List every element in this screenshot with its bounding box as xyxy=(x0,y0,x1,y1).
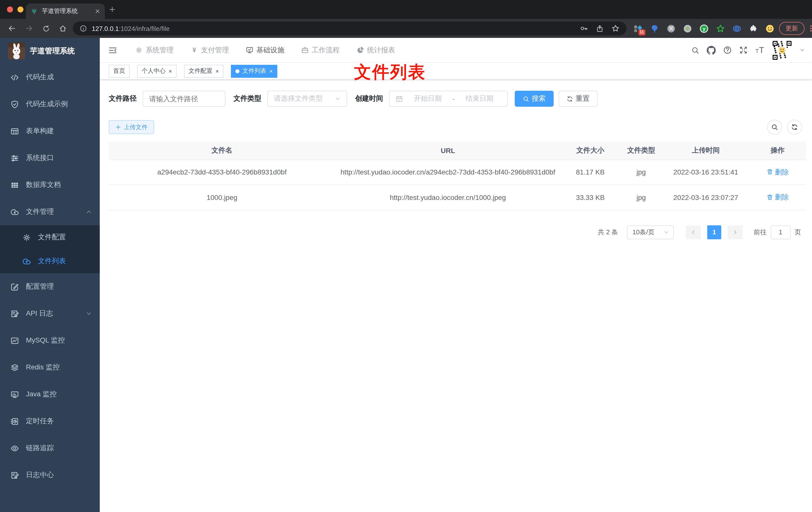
trash-icon xyxy=(766,194,773,200)
file-path-input[interactable] xyxy=(143,91,225,106)
sidebar-item-label: Java 监控 xyxy=(26,390,57,399)
back-button[interactable] xyxy=(5,22,19,35)
tag-文件列表[interactable]: 文件列表× xyxy=(231,65,277,78)
refresh-icon xyxy=(791,124,798,131)
delete-button[interactable]: 删除 xyxy=(766,166,789,177)
shield-check-icon xyxy=(10,100,19,109)
tag-label: 个人中心 xyxy=(142,67,166,75)
sidebar-logo[interactable]: 芋道管理系统 xyxy=(0,38,100,64)
reload-button[interactable] xyxy=(39,22,53,35)
green-star-extension-icon[interactable] xyxy=(716,24,725,33)
window-close-button[interactable] xyxy=(7,6,13,12)
upload-file-button[interactable]: 上传文件 xyxy=(109,120,154,134)
start-date-placeholder[interactable]: 开始日期 xyxy=(406,94,450,103)
document-edit-icon xyxy=(10,309,19,318)
page-number-1[interactable]: 1 xyxy=(707,225,721,239)
dot-circle-extension-icon[interactable] xyxy=(683,24,692,33)
page-size-select[interactable]: 10条/页 xyxy=(627,225,674,239)
browser-update-button[interactable]: 更新 xyxy=(779,22,805,35)
y-badge-extension-icon[interactable]: y xyxy=(699,24,708,33)
tag-个人中心[interactable]: 个人中心× xyxy=(137,65,177,78)
refresh-table-button[interactable] xyxy=(787,120,802,134)
balloon-extension-icon[interactable] xyxy=(650,24,659,33)
tab-close-icon[interactable] xyxy=(95,8,100,14)
show-search-button[interactable] xyxy=(767,120,782,134)
end-date-placeholder[interactable]: 结束日期 xyxy=(458,94,501,103)
total-count: 共 2 条 xyxy=(598,228,618,237)
sidebar-item-文件列表[interactable]: 文件列表 xyxy=(0,249,100,273)
browser-menu-icon[interactable] xyxy=(807,24,812,32)
favicon-plant-icon xyxy=(30,7,38,15)
prev-page-button[interactable] xyxy=(686,225,701,239)
next-page-button[interactable] xyxy=(728,225,743,239)
share-icon[interactable] xyxy=(596,25,604,32)
delete-button[interactable]: 删除 xyxy=(766,191,789,203)
sidebar-item-表单构建[interactable]: 表单构建 xyxy=(0,118,100,145)
bookmark-star-icon[interactable] xyxy=(611,24,619,32)
calendar-icon xyxy=(396,95,403,102)
url-path: :1024/infra/file/file xyxy=(119,25,170,32)
file-type-select[interactable]: 请选择文件类型 xyxy=(267,91,347,107)
address-bar[interactable]: 127.0.0.1:1024/infra/file/file xyxy=(73,22,627,35)
sidebar-item-链路追踪[interactable]: 链路追踪 xyxy=(0,435,100,462)
date-range-picker[interactable]: 开始日期 - 结束日期 xyxy=(389,91,508,107)
table-header-row: 文件名URL文件大小文件类型上传时间操作 xyxy=(109,142,806,159)
site-info-icon[interactable] xyxy=(80,25,87,32)
emoji-extension-icon[interactable] xyxy=(765,24,774,33)
sidebar-item-Java 监控[interactable]: Java 监控 xyxy=(0,381,100,408)
sidebar-item-数据库文档[interactable]: 数据库文档 xyxy=(0,172,100,199)
column-header-上传时间: 上传时间 xyxy=(662,142,749,159)
command-extension-icon[interactable]: ⌘ xyxy=(666,24,675,33)
top-menu-系统管理[interactable]: 系统管理 xyxy=(135,46,174,55)
sidebar-item-配置管理[interactable]: 配置管理 xyxy=(0,273,100,300)
goto-label: 前往 xyxy=(754,228,766,237)
tag-文件配置[interactable]: 文件配置× xyxy=(184,65,224,78)
file-path-field xyxy=(143,91,226,107)
home-button[interactable] xyxy=(56,22,70,35)
password-key-icon[interactable] xyxy=(580,24,588,32)
sidebar-item-系统接口[interactable]: 系统接口 xyxy=(0,145,100,172)
top-menu-支付管理[interactable]: ¥支付管理 xyxy=(191,46,229,55)
window-minimize-button[interactable] xyxy=(18,6,24,12)
search-button[interactable]: 搜索 xyxy=(515,91,554,107)
fullscreen-icon[interactable] xyxy=(739,46,748,54)
top-menu-基础设施[interactable]: 基础设施 xyxy=(246,46,284,55)
qr-code-avatar[interactable] xyxy=(772,40,792,60)
tag-首页[interactable]: 首页 xyxy=(109,65,130,78)
sidebar-item-代码生成示例[interactable]: 代码生成示例 xyxy=(0,91,100,118)
forward-button[interactable] xyxy=(22,22,36,35)
header-actions: TT xyxy=(691,40,805,60)
sidebar-item-label: 系统接口 xyxy=(26,154,54,162)
reset-button[interactable]: 重置 xyxy=(559,91,598,107)
sidebar-collapse-icon[interactable] xyxy=(108,46,117,55)
sidebar-item-文件配置[interactable]: 文件配置 xyxy=(0,225,100,249)
avatar-caret-down-icon[interactable] xyxy=(800,48,805,53)
pixel-blocks-extension-icon[interactable]: 11 xyxy=(633,24,642,33)
layers-icon xyxy=(10,363,19,372)
sidebar-item-代码生成[interactable]: 代码生成 xyxy=(0,64,100,91)
help-icon[interactable] xyxy=(723,46,732,54)
search-icon[interactable] xyxy=(691,46,699,54)
top-menu-统计报表[interactable]: 统计报表 xyxy=(357,46,395,55)
new-tab-button[interactable] xyxy=(109,6,116,13)
sidebar-item-Redis 监控[interactable]: Redis 监控 xyxy=(0,354,100,381)
sidebar-item-日志中心[interactable]: 日志中心 xyxy=(0,462,100,488)
tag-close-icon[interactable]: × xyxy=(169,68,172,74)
font-size-icon[interactable]: TT xyxy=(755,46,764,55)
top-menu-工作流程[interactable]: 工作流程 xyxy=(301,46,340,55)
sidebar-item-API 日志[interactable]: API 日志 xyxy=(0,300,100,327)
github-icon[interactable] xyxy=(707,46,716,55)
sidebar-item-MySQL 监控[interactable]: MySQL 监控 xyxy=(0,327,100,354)
puzzle-extension-icon[interactable] xyxy=(749,24,758,33)
extension-badge: 11 xyxy=(638,29,645,35)
rings-extension-icon[interactable] xyxy=(732,24,741,33)
goto-page-input[interactable] xyxy=(771,225,790,239)
top-menu-label: 系统管理 xyxy=(146,46,174,55)
sidebar-item-定时任务[interactable]: 定时任务 xyxy=(0,408,100,435)
sidebar-item-文件管理[interactable]: 文件管理 xyxy=(0,199,100,225)
tag-close-icon[interactable]: × xyxy=(215,68,219,74)
schedule-icon xyxy=(10,417,19,425)
browser-tab[interactable]: 芋道管理系统 xyxy=(26,3,105,19)
tag-close-icon[interactable]: × xyxy=(269,68,273,74)
page-content: 文件路径 文件类型 请选择文件类型 创建时间 开始日期 - 结束日期 xyxy=(100,80,812,512)
